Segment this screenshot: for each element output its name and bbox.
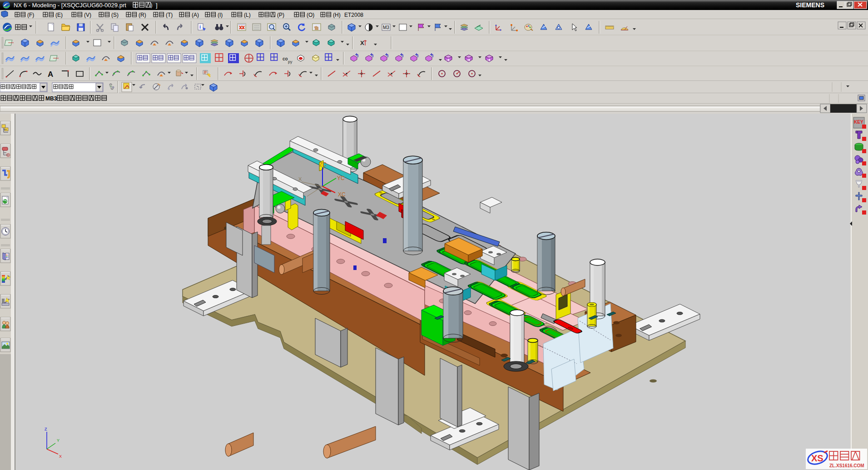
- svg-text:A: A: [48, 70, 53, 79]
- svg-text:py: py: [288, 60, 293, 64]
- svg-text:XC: XC: [338, 191, 346, 198]
- svg-text:co: co: [283, 56, 288, 61]
- svg-text:ZL.XS1616.COM: ZL.XS1616.COM: [829, 463, 864, 468]
- svg-text:NX 6 - Modeling - [XSQCJGUG60-: NX 6 - Modeling - [XSQCJGUG60-0029.prt: [14, 2, 126, 9]
- svg-text:YC: YC: [337, 175, 345, 181]
- svg-text:X: X: [59, 454, 62, 459]
- svg-text:(P): (P): [277, 12, 284, 18]
- svg-text:(A): (A): [192, 12, 199, 18]
- svg-text:MB3: MB3: [45, 95, 57, 102]
- svg-text:SIEMENS: SIEMENS: [796, 1, 824, 9]
- svg-text:(F): (F): [27, 12, 34, 18]
- svg-text:(R): (R): [139, 12, 146, 18]
- svg-text:XS: XS: [811, 453, 823, 463]
- svg-text:(L): (L): [244, 12, 251, 18]
- svg-text:i: i: [199, 24, 201, 30]
- svg-text:（: （: [131, 2, 137, 9]
- svg-text:(S): (S): [111, 12, 119, 18]
- svg-text:(E): (E): [55, 12, 63, 18]
- svg-text:(I): (I): [218, 12, 223, 18]
- svg-text:Z: Z: [45, 427, 47, 431]
- svg-text:ET2008: ET2008: [344, 12, 363, 18]
- svg-text:M3: M3: [383, 25, 389, 30]
- svg-text:）]: ）]: [150, 2, 158, 9]
- svg-text:X: X: [298, 176, 302, 182]
- svg-text:KEY: KEY: [854, 120, 863, 125]
- svg-text:(H): (H): [333, 12, 341, 18]
- svg-text:Y: Y: [57, 438, 60, 443]
- svg-text:(T): (T): [166, 12, 173, 18]
- svg-text:(O): (O): [307, 12, 314, 18]
- svg-text:X: X: [360, 40, 364, 46]
- svg-text:(V): (V): [84, 12, 91, 18]
- svg-text:ZC: ZC: [319, 161, 327, 168]
